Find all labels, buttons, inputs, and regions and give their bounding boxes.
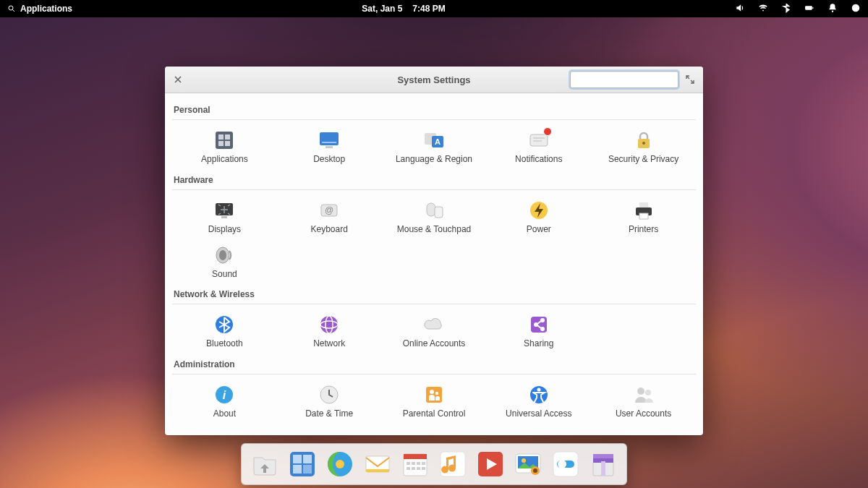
- dock-music[interactable]: [437, 448, 469, 480]
- settings-item-datetime[interactable]: Date & Time: [277, 379, 382, 422]
- network-icon: [318, 313, 341, 336]
- settings-item-label: Date & Time: [305, 409, 353, 419]
- svg-rect-10: [216, 132, 233, 149]
- settings-item-notifications[interactable]: Notifications: [486, 124, 591, 168]
- bluetooth-icon[interactable]: [781, 3, 791, 15]
- top-panel: Applications Sat, Jan 5 7:48 PM: [0, 0, 868, 17]
- volume-icon[interactable]: [735, 3, 745, 15]
- displays-icon: [213, 199, 236, 222]
- power-tray-icon[interactable]: [851, 3, 861, 15]
- svg-point-84: [558, 460, 566, 468]
- close-icon: [174, 76, 182, 83]
- settings-item-desktop[interactable]: Desktop: [277, 124, 382, 168]
- close-button[interactable]: [171, 72, 185, 87]
- about-icon: i: [213, 383, 236, 406]
- dock-photos[interactable]: [512, 448, 544, 480]
- section-title-admin: Administration: [172, 352, 696, 372]
- svg-rect-35: [639, 213, 648, 219]
- divider: [172, 189, 696, 190]
- settings-item-keyboard[interactable]: @ Keyboard: [277, 194, 382, 238]
- sound-icon: [213, 244, 236, 267]
- settings-item-label: Printers: [629, 225, 658, 235]
- settings-item-applications[interactable]: Applications: [172, 124, 277, 168]
- svg-point-5: [832, 10, 833, 12]
- dock-files[interactable]: [249, 448, 281, 480]
- svg-rect-14: [225, 141, 230, 146]
- dock-settings[interactable]: [550, 448, 582, 480]
- settings-item-label: Universal Access: [506, 409, 571, 419]
- dock-settings-icon: [551, 450, 580, 479]
- settings-search-input[interactable]: [576, 74, 688, 85]
- settings-item-security[interactable]: Security & Privacy: [591, 124, 696, 168]
- dock-videos[interactable]: [475, 448, 506, 480]
- dock-mail[interactable]: [362, 448, 393, 480]
- desktop-icon: [318, 129, 341, 152]
- settings-item-a11y[interactable]: Universal Access: [486, 379, 591, 422]
- svg-rect-16: [322, 142, 336, 143]
- settings-item-language[interactable]: A Language & Region: [382, 124, 487, 168]
- users-icon: [632, 383, 655, 406]
- svg-point-54: [637, 388, 644, 395]
- svg-rect-67: [407, 462, 410, 465]
- maximize-button[interactable]: [683, 72, 697, 87]
- svg-rect-69: [417, 462, 420, 465]
- settings-item-printers[interactable]: Printers: [591, 194, 696, 238]
- wifi-icon[interactable]: [758, 3, 768, 15]
- settings-item-label: Mouse & Touchpad: [397, 225, 472, 235]
- svg-point-50: [430, 390, 434, 394]
- svg-rect-34: [639, 202, 648, 207]
- svg-point-81: [533, 468, 537, 473]
- divider: [172, 119, 696, 120]
- dock-music-icon: [438, 450, 467, 479]
- dock-multitasking[interactable]: [286, 448, 318, 480]
- battery-icon[interactable]: [804, 3, 814, 15]
- maximize-icon: [686, 75, 694, 84]
- settings-item-displays[interactable]: Displays: [172, 194, 277, 238]
- svg-rect-68: [412, 462, 415, 465]
- settings-item-bluetooth[interactable]: Bluetooth: [172, 309, 277, 352]
- svg-rect-12: [225, 134, 230, 140]
- settings-item-label: Parental Control: [403, 409, 466, 419]
- settings-item-power[interactable]: Power: [486, 194, 591, 238]
- divider: [172, 304, 696, 304]
- settings-item-label: Desktop: [313, 155, 345, 165]
- window-titlebar[interactable]: System Settings: [165, 67, 703, 93]
- settings-item-online-accounts[interactable]: Online Accounts: [382, 309, 487, 352]
- settings-item-mouse[interactable]: Mouse & Touchpad: [382, 194, 487, 238]
- dock-videos-icon: [476, 450, 505, 479]
- dock-appcenter[interactable]: [587, 448, 619, 480]
- settings-body: Personal Applications Desktop A Language…: [165, 93, 703, 435]
- svg-point-0: [9, 6, 13, 10]
- settings-item-network[interactable]: Network: [277, 309, 382, 352]
- svg-rect-66: [404, 454, 427, 459]
- settings-item-label: Security & Privacy: [608, 155, 678, 165]
- settings-item-parental[interactable]: Parental Control: [382, 379, 487, 422]
- svg-line-1: [13, 10, 15, 12]
- svg-rect-58: [303, 455, 312, 463]
- settings-item-label: Sound: [212, 270, 237, 280]
- svg-point-2: [762, 9, 764, 11]
- svg-rect-17: [326, 146, 333, 148]
- settings-item-users[interactable]: User Accounts: [591, 379, 696, 422]
- applications-menu[interactable]: Applications: [7, 4, 72, 14]
- parental-icon: [422, 383, 446, 406]
- settings-search[interactable]: [570, 71, 678, 88]
- settings-item-label: About: [213, 409, 236, 419]
- svg-text:@: @: [325, 205, 333, 215]
- panel-clock[interactable]: Sat, Jan 5 7:48 PM: [362, 4, 445, 14]
- svg-rect-88: [601, 461, 605, 476]
- panel-date: Sat, Jan 5: [362, 4, 402, 14]
- settings-item-sound[interactable]: Sound: [172, 239, 277, 283]
- power-icon: [527, 199, 550, 222]
- settings-item-sharing[interactable]: Sharing: [486, 309, 591, 352]
- notifications-tray-icon[interactable]: [827, 3, 838, 15]
- svg-rect-57: [293, 455, 302, 463]
- settings-item-label: Online Accounts: [403, 339, 466, 349]
- settings-item-about[interactable]: i About: [172, 379, 277, 422]
- mouse-icon: [422, 199, 446, 222]
- dock-web[interactable]: [324, 448, 356, 480]
- section-admin: i About Date & Time Parental Control Uni…: [172, 379, 696, 422]
- system-tray: [735, 3, 861, 15]
- datetime-icon: [318, 383, 341, 406]
- dock-calendar[interactable]: [399, 448, 431, 480]
